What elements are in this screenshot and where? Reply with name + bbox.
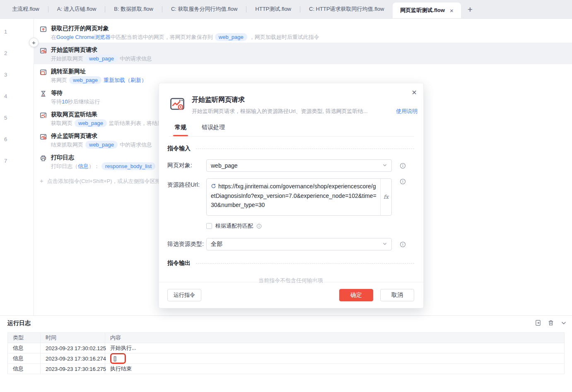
section-input-title: 指令输入: [167, 145, 191, 152]
window-stop-icon: [40, 133, 47, 142]
window-listen-icon: [40, 47, 47, 56]
printer-icon: [40, 155, 47, 164]
info-icon[interactable]: [400, 178, 406, 185]
clear-log-icon[interactable]: [548, 320, 554, 326]
wildcard-label: 根据通配符匹配: [215, 222, 253, 230]
description-text: 打印日志（: [51, 163, 78, 169]
description-text: 开始抓取网页: [51, 55, 83, 62]
variable-type-icon: [211, 182, 216, 191]
step-number: 4: [4, 86, 29, 107]
tab-item[interactable]: B: 数据抓取.flow: [105, 5, 162, 13]
log-row: 信息2023-09-23 17:30:16.274[]: [8, 354, 565, 364]
tab-active[interactable]: 网页监听测试.flow×: [393, 2, 461, 18]
log-cell: 执行结束: [105, 364, 565, 374]
close-icon[interactable]: ×: [412, 88, 417, 96]
step-title: 跳转至新网址: [51, 68, 86, 75]
chevron-down-icon: [382, 240, 387, 248]
tab-label: 网页监听测试.flow: [400, 7, 445, 14]
description-text: 秒后继续运行: [68, 99, 100, 105]
run-log-title: 运行日志: [7, 320, 31, 327]
tab-general[interactable]: 常规: [174, 124, 187, 136]
description-text: 中的请求信息: [120, 55, 152, 62]
step-number: 3: [4, 64, 29, 86]
step-number: 2: [4, 43, 29, 64]
close-tab-icon[interactable]: ×: [450, 7, 454, 14]
web-object-value: web_page: [211, 162, 238, 169]
step-description: 开始抓取网页web_page中的请求信息: [51, 55, 152, 63]
new-tab-icon[interactable]: +: [468, 5, 473, 14]
log-cell: 信息: [8, 343, 41, 354]
fx-expression-button[interactable]: fx: [380, 179, 391, 215]
highlighted-text: 信息: [78, 163, 89, 169]
description-text: 在: [51, 34, 56, 40]
resource-url-input[interactable]: https://fxg.jinritemai.com/governance/sh…: [206, 178, 392, 216]
tab-item[interactable]: C: HTTP请求获取同行均值.flow: [300, 5, 393, 13]
window-result-icon: [40, 112, 47, 120]
resource-type-select[interactable]: 全部: [206, 238, 392, 250]
variable-chip: web_page: [75, 119, 107, 127]
tab-item[interactable]: A: 进入店铺.flow: [48, 5, 105, 13]
variable-chip: web_page: [85, 55, 118, 63]
insert-step-button[interactable]: +: [29, 38, 39, 47]
chevron-down-icon: [382, 162, 387, 169]
dialog-tabs: 常规 错误处理: [169, 124, 414, 137]
info-icon[interactable]: [256, 224, 262, 229]
web-object-select[interactable]: web_page: [206, 159, 392, 172]
description-text: ，网页加载超时后重试此指令: [249, 34, 319, 40]
tab-item[interactable]: HTTP测试.flow: [246, 5, 300, 13]
variable-chip: response_body_list: [101, 162, 155, 170]
log-cell: 2023-09-23 17:30:02.125: [41, 343, 105, 354]
log-cell: 开始执行...: [105, 343, 565, 354]
resource-type-label: 筛选资源类型:: [167, 240, 206, 248]
export-log-icon[interactable]: [535, 320, 541, 326]
step-title: 打印日志: [51, 154, 74, 161]
description-text: 获取网页: [51, 120, 72, 126]
description-text: ）：: [89, 163, 99, 169]
log-cell: 2023-09-23 17:30:16.274: [41, 354, 105, 364]
log-column-header: 内容: [105, 333, 565, 343]
rpa-flow-editor: 主流程.flowA: 进入店铺.flowB: 数据抓取.flowC: 获取服务分…: [0, 0, 572, 392]
help-link[interactable]: 使用说明: [396, 108, 418, 115]
log-column-header: 类型: [8, 333, 41, 343]
tab-bar: 主流程.flowA: 进入店铺.flowB: 数据抓取.flowC: 获取服务分…: [0, 0, 572, 19]
collapse-panel-icon[interactable]: [560, 320, 567, 326]
variable-chip: web_page: [215, 33, 247, 41]
tab-item[interactable]: C: 获取服务分同行均值.flow: [162, 5, 246, 13]
step-description: 结束抓取网页web_page中的请求信息: [51, 141, 152, 149]
step-number: 5: [4, 107, 29, 129]
step-description: 等待10秒后继续运行: [51, 98, 100, 106]
variable-chip: web_page: [69, 76, 101, 84]
start-listen-dialog: × 开始监听网页请求 开始监听网页请求，根据输入的资源路径Url、资源类型, 筛…: [159, 83, 424, 308]
hourglass-icon: [40, 90, 47, 99]
info-icon[interactable]: [400, 241, 406, 248]
window-redirect-icon: [40, 69, 47, 77]
run-log-panel: 运行日志 类型时间内容 信息2023-09-23 17:30:02.125开始执…: [0, 315, 572, 392]
tab-error-handling[interactable]: 错误处理: [201, 124, 226, 136]
ok-button[interactable]: 确定: [339, 289, 373, 301]
resource-url-value: https://fxg.jinritemai.com/governance/sh…: [211, 183, 377, 208]
run-instruction-button[interactable]: 运行指令: [167, 289, 201, 301]
plus-icon: +: [40, 177, 43, 184]
step-title: 获取已打开的网页对象: [51, 25, 109, 32]
web-object-label: 网页对象:: [167, 162, 206, 169]
tab-item[interactable]: 主流程.flow: [3, 5, 48, 13]
resource-type-value: 全部: [211, 240, 222, 248]
run-log-table: 类型时间内容 信息2023-09-23 17:30:02.125开始执行...信…: [7, 332, 565, 374]
log-cell: 信息: [8, 364, 41, 374]
log-cell: 信息: [8, 354, 41, 364]
step-description: 将网页web_page重新加载（刷新）: [51, 76, 147, 84]
wildcard-checkbox[interactable]: [206, 223, 212, 229]
dialog-subtitle: 开始监听网页请求，根据输入的资源路径Url、资源类型, 筛选网页监听结...: [192, 108, 368, 115]
add-instruction-hint[interactable]: +点击添加指令(Ctrl+Shift+P)，或从左侧指令区拖: [40, 177, 161, 185]
highlighted-text: 重新加载（刷新）: [104, 77, 147, 83]
flow-step[interactable]: 获取已打开的网页对象在Google Chrome浏览器中匹配当前选中的网页，将网…: [34, 21, 572, 43]
step-number: 6: [4, 129, 29, 150]
flow-step[interactable]: 开始监听网页请求开始抓取网页web_page中的请求信息: [34, 43, 572, 64]
cancel-button[interactable]: 取消: [380, 289, 414, 301]
description-text: 将网页: [51, 77, 67, 83]
log-row: 信息2023-09-23 17:30:02.125开始执行...: [8, 343, 565, 354]
step-title: 获取网页监听结果: [51, 111, 97, 118]
step-title: 等待: [51, 89, 63, 97]
step-number: 1: [4, 21, 29, 43]
info-icon[interactable]: [400, 163, 406, 169]
